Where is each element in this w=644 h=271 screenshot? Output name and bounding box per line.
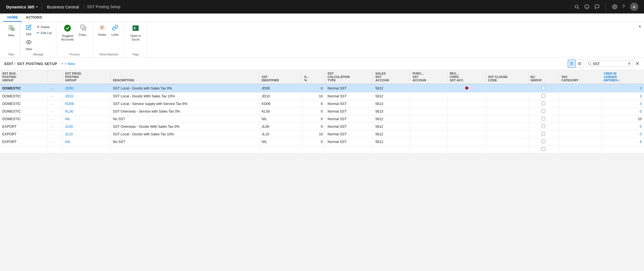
eu-service-checkbox[interactable] — [542, 102, 545, 105]
table-row[interactable]: DOMESTIC···JD00SST Local - Goods with Sa… — [0, 84, 644, 93]
notes-button[interactable]: Notes — [96, 23, 108, 38]
cell-used-in-ledger[interactable]: 3 — [602, 93, 644, 100]
cell-dots[interactable] — [48, 146, 63, 153]
view-button[interactable]: View — [23, 38, 34, 52]
cell-eu-service[interactable] — [528, 123, 559, 131]
table-row[interactable]: EXPORT···NILNo SSTNIL0Normal SST56128 — [0, 138, 644, 146]
close-button[interactable]: ✕ — [635, 61, 639, 67]
cell-prod-posting-group[interactable]: JD00 — [63, 84, 111, 93]
cell-dots[interactable]: ··· — [48, 100, 63, 108]
cell-used-in-ledger[interactable]: 0 — [602, 108, 644, 115]
ribbon-group-process: Suggest Accounts Copy... Process — [56, 23, 93, 57]
eu-service-checkbox[interactable] — [542, 124, 545, 128]
cell-eu-service[interactable] — [528, 100, 559, 108]
search-clear-button[interactable]: ✕ — [628, 61, 631, 66]
links-button[interactable]: Links — [109, 23, 121, 38]
dynamics-brand[interactable]: Dynamics 365 ▾ — [3, 5, 41, 9]
eu-service-checkbox[interactable] — [542, 132, 545, 136]
delete-icon: ✕ — [37, 25, 40, 29]
table-row[interactable] — [0, 146, 644, 153]
cell-prod-posting-group[interactable]: KL00 — [63, 108, 111, 115]
cell-prod-posting-group[interactable]: KD06 — [63, 100, 111, 108]
cell-used-in-ledger[interactable]: 0 — [602, 123, 644, 131]
table-row[interactable]: EXPORT···JL00SST Overseas - Goods With S… — [0, 123, 644, 131]
col-header-sales-sst[interactable]: SALESSSTACCOUN — [373, 70, 410, 84]
cell-used-in-ledger[interactable]: 0 — [602, 131, 644, 138]
col-header-purch-sst[interactable]: PURC...SSTACCOUN — [410, 70, 447, 84]
col-header-rev-chrg[interactable]: REV...CHRGSST ACC. — [447, 70, 486, 84]
cell-used-in-ledger[interactable]: 3 — [602, 100, 644, 108]
chat-icon-btn[interactable] — [594, 4, 600, 9]
suggest-accounts-button[interactable]: Suggest Accounts — [59, 23, 76, 43]
eu-service-checkbox[interactable] — [542, 140, 545, 143]
col-header-used-in-ledger[interactable]: USED INLEDGERENTRIES ▾ — [602, 70, 644, 84]
eu-service-checkbox[interactable] — [542, 117, 545, 120]
eu-service-checkbox[interactable] — [542, 86, 545, 90]
inline-new-button[interactable]: + + New — [61, 62, 75, 66]
cell-prod-posting-group[interactable]: JD10 — [63, 93, 111, 100]
col-header-s-pct[interactable]: S...% — [302, 70, 325, 84]
cell-eu-service[interactable] — [528, 84, 559, 93]
cell-eu-service[interactable] — [528, 131, 559, 138]
search-input[interactable] — [593, 62, 627, 66]
ribbon-group-page-label: Page — [127, 53, 144, 57]
cell-prod-posting-group[interactable]: JL10 — [63, 131, 111, 138]
col-header-prod-posting-group[interactable]: SST PROD.POSTINGGROUP — [63, 70, 111, 84]
col-header-sst-identifier[interactable]: SSTIDENTIFIER — [259, 70, 302, 84]
smiley-icon-btn[interactable] — [584, 4, 589, 9]
cell-calc-type — [325, 146, 373, 153]
col-header-eu-service[interactable]: EUSERVIC — [528, 70, 559, 84]
cell-prod-posting-group[interactable]: NIL — [63, 115, 111, 123]
cell-tax-category — [559, 108, 602, 115]
cell-prod-posting-group[interactable]: JL00 — [63, 123, 111, 131]
card-view-btn[interactable]: ⊞ — [576, 60, 584, 68]
settings-icon-btn[interactable] — [612, 4, 617, 9]
list-view-btn[interactable]: ☰ — [568, 60, 575, 68]
col-header-description[interactable]: DESCRIPTION — [111, 70, 259, 84]
new-button[interactable]: New — [5, 23, 17, 39]
tab-actions[interactable]: ACTIONS — [22, 14, 46, 22]
edit-list-button[interactable]: ✏ Edit List — [35, 30, 53, 35]
cell-tax-category — [559, 115, 602, 123]
cell-dots[interactable]: ··· — [48, 93, 63, 100]
col-header-calc-type[interactable]: SSTCALCULATIONTYPE — [325, 70, 373, 84]
delete-button[interactable]: ✕ Delete — [35, 24, 53, 30]
search-icon-btn[interactable] — [574, 4, 579, 9]
cell-dots[interactable]: ··· — [48, 84, 63, 93]
cell-dots[interactable]: ··· — [48, 138, 63, 146]
cell-prod-posting-group[interactable] — [63, 146, 111, 153]
cell-dots[interactable]: ··· — [48, 123, 63, 131]
eu-service-checkbox[interactable] — [542, 109, 545, 113]
ribbon-collapse-button[interactable]: ▲ — [638, 24, 642, 28]
cell-dots[interactable]: ··· — [48, 131, 63, 138]
help-icon-btn[interactable]: ? — [622, 4, 625, 10]
cell-used-in-ledger[interactable]: 8 — [602, 138, 644, 146]
table-row[interactable]: DOMESTIC···JD10SST Local - Goods With Sa… — [0, 93, 644, 100]
eu-service-checkbox[interactable] — [542, 94, 545, 98]
cell-eu-service[interactable] — [528, 115, 559, 123]
table-row[interactable]: DOMESTIC···KL00SST Overseas - Service wi… — [0, 108, 644, 115]
cell-used-in-ledger[interactable] — [602, 146, 644, 153]
table-row[interactable]: DOMESTIC···NILNo SSTNIL0Normal SST561210 — [0, 115, 644, 123]
cell-eu-service[interactable] — [528, 93, 559, 100]
cell-dots[interactable]: ··· — [48, 108, 63, 115]
cell-purch-sst — [410, 100, 447, 108]
copy-button[interactable]: Copy... — [77, 23, 90, 38]
cell-dots[interactable]: ··· — [48, 115, 63, 123]
eu-service-checkbox[interactable] — [542, 147, 545, 151]
tab-home[interactable]: HOME — [3, 14, 22, 22]
cell-used-in-ledger[interactable]: 10 — [602, 115, 644, 123]
col-header-sst-clause[interactable]: SST CLAUSECODE — [486, 70, 528, 84]
cell-used-in-ledger[interactable]: 0 — [602, 84, 644, 93]
table-row[interactable]: DOMESTIC···KD06SST Local - Service suppl… — [0, 100, 644, 108]
open-in-excel-button[interactable]: X Open in Excel — [127, 23, 144, 43]
cell-eu-service[interactable] — [528, 108, 559, 115]
table-row[interactable]: EXPORT···JL10SST Local - Goods with Sale… — [0, 131, 644, 138]
col-header-tax-category[interactable]: TAXCATEGORY — [559, 70, 602, 84]
avatar[interactable]: A — [630, 3, 638, 11]
cell-eu-service[interactable] — [528, 138, 559, 146]
cell-eu-service[interactable] — [528, 146, 559, 153]
col-header-bus-posting-group[interactable]: SST BUS.POSTINGGROUP — [0, 70, 48, 84]
edit-button[interactable]: Edit — [23, 23, 34, 37]
cell-prod-posting-group[interactable]: NIL — [63, 138, 111, 146]
